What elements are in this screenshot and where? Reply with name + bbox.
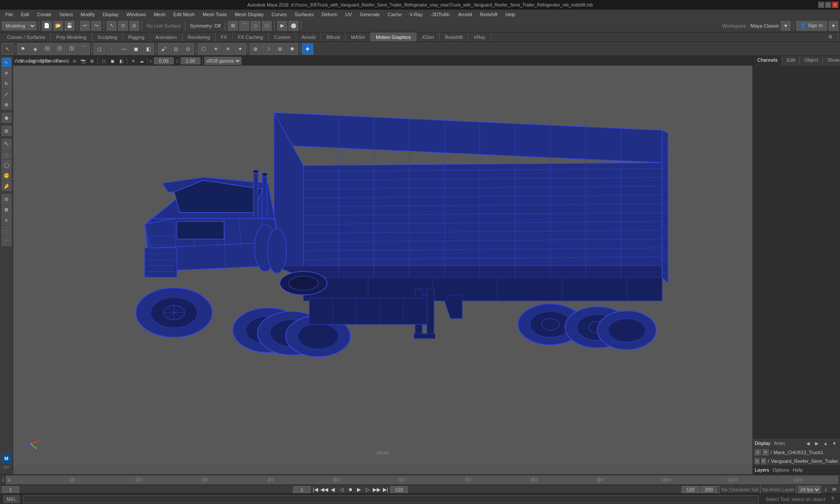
layout4-left[interactable]: ⋮ [2,226,11,235]
artisan-btn[interactable]: ◎ [170,43,182,55]
timeline-ruler[interactable]: 1 10 20 30 40 50 60 70 80 90 100 110 120 [6,476,838,484]
vp-icon-grid[interactable]: ⊞ [88,57,96,65]
save-button[interactable]: 💾 [65,21,74,31]
tab-redshift[interactable]: Redshift [440,32,468,42]
layer-prev-btn[interactable]: ◀ [804,439,812,447]
viewport-3d[interactable]: persp x y z [13,66,752,466]
layer-up-btn[interactable]: ▲ [822,439,830,447]
layers-subtab[interactable]: Layers [755,467,769,472]
skip-to-end-btn[interactable]: ▶| [382,486,389,494]
menu-3dtoall[interactable]: -3DToAll- [427,11,454,18]
current-frame-field[interactable] [2,486,19,493]
display-subtab[interactable]: Display [755,441,770,446]
sculpt-left[interactable]: ⛏ [2,139,11,149]
range-end-field[interactable] [390,486,408,493]
menu-create[interactable]: Create [34,11,55,18]
menu-edit-mesh[interactable]: Edit Mesh [170,11,198,18]
move-tool-left[interactable]: ✛ [2,68,11,78]
tab-arnold[interactable]: Arnold [296,32,321,42]
layer-item-trailer[interactable]: V P / Vanguard_Reefer_Semi_Trailer [753,457,840,466]
grab-left[interactable]: ✊ [2,171,11,180]
vp-icon-cam[interactable]: 📷 [79,57,87,65]
smooth-left[interactable]: ◌ [2,150,11,159]
tab-rigging[interactable]: Rigging [123,32,150,42]
range-start-field[interactable] [293,486,311,493]
rotate-tool-left[interactable]: ↻ [2,79,11,88]
tab-settings[interactable]: ⚙ [823,33,838,41]
menu-modify[interactable]: Modify [77,11,98,18]
help-subtab[interactable]: Help [793,467,803,472]
lasso-tool-button[interactable]: ⊙ [118,21,128,31]
curve-icon-btn[interactable]: ⌒ [78,43,90,55]
menu-mesh-display[interactable]: Mesh Display [231,11,267,18]
play-fwd-btn[interactable]: ▶ [355,486,363,494]
snap-curve-button[interactable]: ⌒ [239,21,249,31]
select-tool-button[interactable]: ↖ [107,21,116,31]
mash-node4[interactable]: ✺ [287,43,298,55]
nurbs-icon-btn[interactable]: Ⓝ [42,43,53,55]
show-manipulator-left[interactable]: ⊞ [2,126,11,136]
next-frame-btn[interactable]: ▷ [364,486,372,494]
tab-custom[interactable]: Custom [269,32,296,42]
relax-left[interactable]: ◯ [2,160,11,170]
sign-in-dropdown[interactable]: ▼ [829,21,838,31]
prev-key-btn[interactable]: ◀◀ [320,486,328,494]
vp-icon-solid[interactable]: ◼ [108,57,116,65]
tab-xgen[interactable]: XGen [416,32,440,42]
select-tool-left[interactable]: ↖ [2,58,11,67]
ipr-button[interactable]: ⬤ [289,21,298,31]
snap-surface-button[interactable]: ⬡ [262,21,272,31]
tab-vray[interactable]: VRay [469,32,491,42]
pinch-left[interactable]: 🤌 [2,181,11,191]
sculpt-btn[interactable]: ⊙ [182,43,194,55]
stop-btn[interactable]: ■ [346,486,354,494]
soft-select-left[interactable]: ◉ [2,113,11,122]
paint-button[interactable]: ◎ [130,21,139,31]
open-button[interactable]: 📂 [53,21,63,31]
snap-grid-button[interactable]: ⊞ [228,21,238,31]
mash-icon2[interactable]: ☀ [210,43,221,55]
maximize-button[interactable]: □ [825,2,831,8]
audio-btn[interactable]: ♪ [822,486,830,494]
workspace-dropdown[interactable]: ▼ [781,21,791,31]
menu-arnold[interactable]: Arnold [455,11,476,18]
menu-mesh-tools[interactable]: Mesh Tools [199,11,230,18]
menu-mesh[interactable]: Mesh [150,11,169,18]
tab-curves-surfaces[interactable]: Curves / Surfaces [2,32,51,42]
menu-generate[interactable]: Generate [356,11,383,18]
minimize-button[interactable]: ─ [818,2,824,8]
max-end-field[interactable] [700,486,718,493]
vp-icon-shadow[interactable]: ☁ [138,57,146,65]
menu-cache[interactable]: Cache [384,11,405,18]
tab-sculpting[interactable]: Sculpting [92,32,123,42]
poly-icon-btn[interactable]: Ⓟ [54,43,65,55]
mel-input[interactable] [23,495,759,503]
help-line-btn[interactable]: ? [829,495,836,503]
layer-v-trailer[interactable]: V [755,458,760,464]
menu-select[interactable]: Select [56,11,77,18]
vp-gamma-select[interactable]: sRGB gamma Linear [204,57,242,65]
tab-fx-caching[interactable]: FX Caching [233,32,269,42]
snap-point-button[interactable]: ◇ [251,21,260,31]
menu-file[interactable]: File [2,11,17,18]
vp-icon-persp[interactable]: ⊙ [70,57,78,65]
layout5-left[interactable]: ⋯ [2,236,11,246]
skip-to-start-btn[interactable]: |◀ [312,486,319,494]
tab-poly-modeling[interactable]: Poly Modeling [51,32,92,42]
fps-selector[interactable]: 24 fps 30 fps 60 fps [798,486,821,494]
select-mode-btn[interactable]: ◻ [94,43,105,55]
menu-display[interactable]: Display [99,11,122,18]
universal-tool-left[interactable]: ⊕ [2,100,11,109]
menu-help[interactable]: Help [502,11,519,18]
tab-bifrost[interactable]: Bifrost [321,32,346,42]
layer-down-btn[interactable]: ▼ [830,439,838,447]
tab-rendering[interactable]: Rendering [182,32,216,42]
vp-lighting-menu[interactable]: Lighting [32,57,40,65]
sign-in-button[interactable]: 👤 Sign In [796,21,827,31]
menu-uv[interactable]: UV [342,11,355,18]
flag-icon-btn[interactable]: ⚑ [17,43,28,55]
options-subtab[interactable]: Options [773,467,789,472]
menu-vray[interactable]: V-Ray [406,11,426,18]
edit-tab[interactable]: Edit [782,56,800,66]
uv-mode-btn[interactable]: ◧ [143,43,154,55]
